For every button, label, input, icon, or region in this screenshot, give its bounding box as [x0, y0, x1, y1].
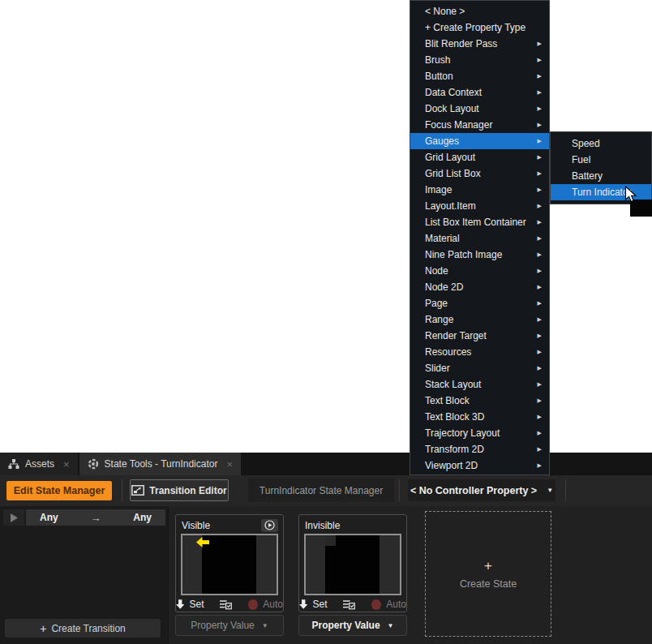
submenu-item-label: Battery [572, 170, 603, 182]
menu-item[interactable]: Image ▶ [410, 182, 549, 198]
submenu-arrow-icon: ▶ [538, 381, 542, 388]
set-button[interactable]: Set [312, 599, 327, 610]
arrow-down-icon[interactable] [176, 599, 184, 609]
state-actions-row: Set Auto [176, 596, 283, 612]
menu-item[interactable]: Focus Manager ▶ [410, 117, 549, 133]
property-value-dropdown-invisible[interactable]: Property Value ▼ [298, 615, 407, 636]
submenu-arrow-icon: ▶ [538, 73, 542, 79]
menu-item[interactable]: Material ▶ [410, 230, 549, 247]
tab-state-tools[interactable]: State Tools - TurnIndicator × [79, 453, 241, 475]
menu-item[interactable]: Render Target ▶ [410, 328, 549, 344]
submenu-item[interactable]: Battery [551, 168, 651, 184]
submenu-item-label: Fuel [572, 154, 590, 165]
state-actions-row: Set Auto [299, 596, 406, 612]
create-transition-label: Create Transition [51, 623, 125, 634]
submenu-arrow-icon: ▶ [538, 154, 542, 161]
tab-label: State Tools - TurnIndicator [105, 458, 218, 470]
menu-item-label: Node 2D [425, 281, 463, 293]
submenu-arrow-icon: ▶ [538, 349, 542, 355]
submenu-arrow-icon: ▶ [538, 446, 542, 453]
edit-state-manager-button[interactable]: Edit State Manager [6, 481, 112, 500]
submenu-arrow-icon: ▶ [538, 89, 542, 96]
menu-item[interactable]: List Box Item Container ▶ [410, 214, 549, 230]
create-state-button[interactable]: + Create State [425, 511, 551, 637]
state-card-invisible[interactable]: Invisible Set [298, 514, 407, 612]
close-icon[interactable]: × [63, 459, 70, 470]
create-transition-button[interactable]: + Create Transition [5, 619, 161, 638]
create-state-label: Create State [460, 578, 517, 590]
menu-item[interactable]: Nine Patch Image ▶ [410, 247, 549, 263]
submenu-arrow-icon: ▶ [538, 138, 542, 144]
auto-label: Auto [263, 599, 283, 610]
property-value-dropdown-visible[interactable]: Property Value ▼ [175, 615, 284, 636]
menu-item-label: Layout.Item [425, 200, 476, 212]
chevron-down-icon: ▼ [547, 487, 553, 494]
menu-item-label: Transform 2D [425, 444, 484, 455]
menu-item[interactable]: Stack Layout ▶ [410, 376, 549, 393]
menu-item[interactable]: Blit Render Pass ▶ [410, 36, 549, 52]
tab-assets[interactable]: Assets × [0, 453, 78, 475]
submenu-arrow-icon: ▶ [538, 365, 542, 371]
set-button[interactable]: Set [189, 599, 204, 610]
menu-item[interactable]: Viewport 2D ▶ [410, 457, 549, 474]
menu-item[interactable]: Gauges ▶ [410, 133, 549, 149]
tab-bar: Assets × State Tools - TurnIndicator × [0, 453, 652, 475]
close-icon[interactable]: × [226, 459, 233, 470]
property-list-icon[interactable] [220, 599, 232, 610]
menu-item[interactable]: Grid List Box ▶ [410, 165, 549, 182]
property-list-icon[interactable] [343, 599, 355, 610]
property-value-label: Property Value [312, 620, 380, 631]
menu-item[interactable]: < None > [410, 3, 549, 19]
submenu-arrow-icon: ▶ [538, 251, 542, 258]
record-auto-icon[interactable] [371, 599, 381, 610]
menu-item[interactable]: + Create Property Type [410, 19, 549, 36]
submenu-arrow-icon: ▶ [538, 187, 542, 193]
state-manager-name: TurnIndicator State Manager [248, 479, 394, 502]
menu-item-label: Dock Layout [425, 103, 479, 114]
state-card-visible[interactable]: Visible Set [175, 514, 284, 612]
menu-item[interactable]: Text Block ▶ [410, 393, 549, 409]
menu-item[interactable]: Grid Layout ▶ [410, 149, 549, 165]
menu-item[interactable]: Node 2D ▶ [410, 279, 549, 295]
submenu-item-label: Turn Indicator [572, 187, 632, 198]
state-card-header: Visible [176, 515, 283, 533]
transition-editor-button[interactable]: Transition Editor [130, 479, 229, 501]
menu-item-label: + Create Property Type [425, 22, 525, 33]
toolbar-separator [122, 479, 122, 501]
play-icon [11, 513, 18, 522]
menu-item[interactable]: Brush ▶ [410, 52, 549, 68]
property-value-label: Property Value [191, 620, 255, 631]
menu-item[interactable]: Trajectory Layout ▶ [410, 425, 549, 441]
auto-label: Auto [386, 599, 406, 610]
menu-item-label: Node [425, 265, 448, 277]
menu-item-label: Trajectory Layout [425, 427, 500, 439]
state-preview-thumbnail [304, 534, 401, 595]
state-tools-toolbar: Edit State Manager Transition Editor Tur… [0, 475, 652, 506]
menu-item[interactable]: Layout.Item ▶ [410, 198, 549, 214]
menu-item[interactable]: Slider ▶ [410, 360, 549, 376]
submenu-arrow-icon: ▶ [538, 170, 542, 177]
submenu-arrow-icon: ▶ [538, 203, 542, 209]
menu-item[interactable]: Text Block 3D ▶ [410, 409, 549, 425]
menu-item[interactable]: Transform 2D ▶ [410, 441, 549, 457]
turn-indicator-arrow-icon [196, 537, 209, 547]
menu-item[interactable]: Node ▶ [410, 263, 549, 279]
menu-item[interactable]: Dock Layout ▶ [410, 101, 549, 117]
submenu-item[interactable]: Fuel [551, 152, 651, 168]
menu-item[interactable]: Page ▶ [410, 295, 549, 311]
menu-item[interactable]: Resources ▶ [410, 344, 549, 360]
record-auto-icon[interactable] [248, 599, 258, 610]
arrow-down-icon[interactable] [299, 599, 307, 609]
plus-icon: + [40, 622, 46, 635]
menu-item-label: Focus Manager [425, 119, 492, 131]
menu-item-label: Material [425, 233, 460, 244]
play-transition-button[interactable] [3, 509, 24, 526]
submenu-item[interactable]: Speed [551, 135, 651, 152]
controller-property-dropdown[interactable]: < No Controller Property > ▼ [408, 479, 555, 501]
menu-item[interactable]: Range ▶ [410, 311, 549, 328]
state-manager-content: Any → Any + Create Transition Visible [0, 506, 652, 644]
preview-state-button[interactable] [261, 519, 278, 532]
menu-item[interactable]: Data Context ▶ [410, 84, 549, 101]
menu-item[interactable]: Button ▶ [410, 68, 549, 84]
transition-row[interactable]: Any → Any [26, 509, 165, 526]
